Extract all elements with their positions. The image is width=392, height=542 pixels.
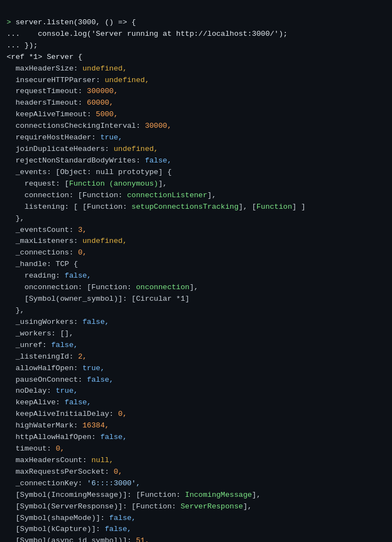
prop-allowHalfOpen: allowHalfOpen: xyxy=(7,364,83,372)
prop-unref: _unref: xyxy=(7,341,51,349)
prop-onconnection: onconnection: [Function: xyxy=(7,283,136,291)
prop-serverResponse: [Symbol(ServerResponse)]: [Function: xyxy=(7,502,181,511)
prop-highWaterMark: highWaterMark: xyxy=(7,421,83,430)
prop-headersTimeout: headersTimeout: xyxy=(7,99,87,107)
prop-requestTimeout: requestTimeout: xyxy=(7,87,87,95)
prop-pauseOnConnect: pauseOnConnect: xyxy=(7,376,87,384)
prop-timeout: timeout: xyxy=(7,445,56,453)
terminal-output: > server.listen(3000, () => { ... consol… xyxy=(7,6,385,542)
prop-listeningId: _listeningId: xyxy=(7,353,78,361)
prop-incomingMessage: [Symbol(IncomingMessage)]: [Function: xyxy=(7,491,185,499)
prop-connectionKey: _connectionKey: xyxy=(7,479,87,487)
prop-maxListeners: _maxListeners: xyxy=(7,237,83,245)
prop-httpAllowHalfOpen: httpAllowHalfOpen: xyxy=(7,433,100,441)
prop-shapeMode: [Symbol(shapeMode)]: xyxy=(7,514,109,522)
code-line-1: server.listen(3000, () => { xyxy=(15,18,136,26)
ref-tag: <ref *1> Server { xyxy=(7,53,83,61)
prop-rejectNonStandardBodyWrites: rejectNonStandardBodyWrites: xyxy=(7,156,145,165)
prop-keepAlive: keepAlive: xyxy=(7,398,64,406)
prop-maxHeadersCount: maxHeadersCount: xyxy=(7,456,91,464)
prop-keepAliveInitialDelay: keepAliveInitialDelay: xyxy=(7,410,118,418)
prop-keepAliveTimeout: keepAliveTimeout: xyxy=(7,110,96,118)
events-close: }, xyxy=(7,214,24,223)
prop-listening: listening: [ [Function: xyxy=(7,203,132,211)
prop-connection: connection: [Function: xyxy=(7,191,127,199)
prop-joinDuplicateHeaders: joinDuplicateHeaders: xyxy=(7,145,113,153)
code-line-3: ... }); xyxy=(7,41,38,50)
prop-events: _events: [Object: null prototype] { xyxy=(7,168,172,176)
prop-maxRequestsPerSocket: maxRequestsPerSocket: xyxy=(7,468,113,476)
prop-noDelay: noDelay: xyxy=(7,387,56,395)
prop-requireHostHeader: requireHostHeader: xyxy=(7,133,100,142)
prompt-1: > xyxy=(7,18,15,26)
prop-owner-symbol: [Symbol(owner_symbol)]: xyxy=(7,295,132,303)
prop-usingWorkers: _usingWorkers: xyxy=(7,318,83,326)
code-line-2: ... console.log('Server running at http:… xyxy=(7,30,287,38)
prop-handle: _handle: TCP { xyxy=(7,260,78,268)
prop-request: request: [ xyxy=(7,180,69,188)
prop-connections: _connections: xyxy=(7,248,78,257)
prop-eventsCount: _eventsCount: xyxy=(7,226,78,234)
prop-kCapture: [Symbol(kCapture)]: xyxy=(7,525,105,533)
prop-reading: reading: xyxy=(7,272,64,280)
prop-insecureHTTPParser: insecureHTTPParser: xyxy=(7,76,105,84)
prop-maxHeaderSize: maxHeaderSize: xyxy=(7,64,83,73)
handle-close: }, xyxy=(7,306,24,315)
prop-asyncId: [Symbol(async_id_symbol)]: xyxy=(7,536,136,542)
prop-workers: _workers: xyxy=(7,329,60,338)
prop-connectionsCheckingInterval: connectionsCheckingInterval: xyxy=(7,122,145,130)
